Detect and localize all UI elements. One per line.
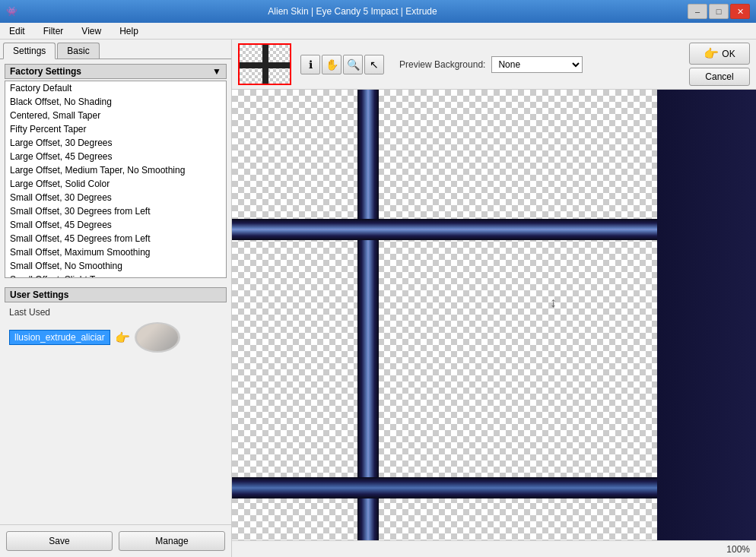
- list-item[interactable]: Centered, Small Taper: [5, 109, 226, 122]
- ok-hand-icon: 👉: [704, 46, 719, 61]
- bottom-buttons: Save Manage: [0, 524, 231, 557]
- menu-help[interactable]: Help: [113, 24, 145, 38]
- preset-thumbnail: [135, 322, 180, 353]
- list-item[interactable]: Large Offset, 45 Degrees: [5, 150, 226, 163]
- pan-tool-icon[interactable]: ✋: [322, 55, 341, 74]
- list-item[interactable]: Small Offset, 30 Degrees: [5, 191, 226, 204]
- title-bar-controls: – □ ✕: [688, 4, 750, 19]
- factory-settings-list[interactable]: Factory Default Black Offset, No Shading…: [5, 81, 227, 278]
- zoom-level: 100%: [726, 544, 750, 555]
- pointer-tool-icon[interactable]: ↖: [364, 55, 384, 74]
- main-container: Settings Basic Factory Settings ▼ Factor…: [0, 40, 756, 557]
- list-item[interactable]: Small Offset, 30 Degrees from Left: [5, 204, 226, 218]
- list-item[interactable]: Black Offset, No Shading: [5, 95, 226, 109]
- thumb-cross-v: [262, 45, 268, 84]
- list-item[interactable]: Large Offset, Solid Color: [5, 177, 226, 191]
- preset-name-box[interactable]: llusion_extrude_aliciar: [9, 330, 110, 345]
- ok-cancel-area: 👉 OK Cancel: [689, 43, 750, 86]
- list-item[interactable]: Small Offset, 45 Degrees from Left: [5, 232, 226, 245]
- tabs: Settings Basic: [0, 40, 231, 59]
- toolbar-icons: ℹ ✋ 🔍 ↖: [300, 55, 384, 74]
- menu-filter[interactable]: Filter: [37, 24, 70, 38]
- info-icon[interactable]: ℹ: [300, 55, 320, 74]
- manage-button[interactable]: Manage: [119, 531, 225, 551]
- title-bar: 👾 Alien Skin | Eye Candy 5 Impact | Extr…: [0, 0, 756, 23]
- factory-settings-container: Factory Settings ▼ Factory Default Black…: [0, 59, 231, 283]
- arrow-right-icon: 👉: [115, 331, 130, 345]
- dark-right-cap: [657, 90, 756, 540]
- preview-thumbnail-box: [238, 43, 291, 85]
- user-settings-label: User Settings: [5, 287, 227, 302]
- left-panel: Settings Basic Factory Settings ▼ Factor…: [0, 40, 232, 557]
- title-bar-title: Alien Skin | Eye Candy 5 Impact | Extrud…: [17, 6, 688, 17]
- thumb-inner: [137, 324, 178, 351]
- menu-bar: Edit Filter View Help: [0, 23, 756, 40]
- close-button[interactable]: ✕: [730, 4, 750, 19]
- restore-button[interactable]: □: [709, 4, 729, 19]
- ok-button[interactable]: 👉 OK: [689, 43, 750, 65]
- preview-bg-select[interactable]: None White Black Checkerboard: [491, 56, 583, 73]
- preview-area: ↕: [232, 90, 756, 540]
- right-toolbar: ℹ ✋ 🔍 ↖ Preview Background: None White B…: [232, 40, 756, 90]
- extrude-vertical-bar: [357, 90, 379, 540]
- user-settings-container: User Settings Last Used llusion_extrude_…: [0, 283, 231, 524]
- menu-edit[interactable]: Edit: [3, 24, 31, 38]
- right-panel: ℹ ✋ 🔍 ↖ Preview Background: None White B…: [232, 40, 756, 557]
- tab-basic[interactable]: Basic: [57, 43, 99, 59]
- last-used-label: Last Used: [5, 305, 227, 319]
- list-item[interactable]: Small Offset, Slight Taper: [5, 273, 226, 278]
- list-item[interactable]: Large Offset, 30 Degrees: [5, 136, 226, 150]
- cancel-button[interactable]: Cancel: [689, 68, 750, 86]
- preview-bg-label: Preview Background:: [399, 59, 485, 70]
- preset-name: llusion_extrude_aliciar: [14, 332, 105, 343]
- cursor-indicator: ↕: [550, 295, 557, 311]
- save-button[interactable]: Save: [6, 531, 113, 551]
- factory-settings-label: Factory Settings ▼: [5, 64, 227, 79]
- list-item[interactable]: Large Offset, Medium Taper, No Smoothing: [5, 163, 226, 177]
- list-item[interactable]: Fifty Percent Taper: [5, 122, 226, 136]
- title-bar-left: 👾: [6, 6, 17, 17]
- app-icon: 👾: [6, 6, 17, 17]
- menu-view[interactable]: View: [75, 24, 107, 38]
- minimize-button[interactable]: –: [688, 4, 707, 19]
- zoom-tool-icon[interactable]: 🔍: [343, 55, 363, 74]
- list-item[interactable]: Small Offset, No Smoothing: [5, 259, 226, 273]
- list-item[interactable]: Small Offset, 45 Degrees: [5, 218, 226, 232]
- status-bar: 100%: [232, 540, 756, 557]
- list-item[interactable]: Factory Default: [5, 81, 226, 95]
- user-preset-row: llusion_extrude_aliciar 👉: [5, 319, 227, 356]
- list-item[interactable]: Small Offset, Maximum Smoothing: [5, 245, 226, 259]
- tab-settings[interactable]: Settings: [3, 43, 56, 59]
